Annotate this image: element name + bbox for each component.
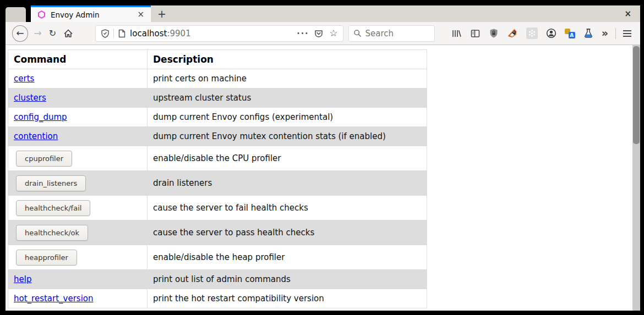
command-button[interactable]: drain_listeners bbox=[16, 175, 86, 191]
tab-title: Envoy Admin bbox=[51, 10, 135, 19]
window-manager-box[interactable] bbox=[6, 7, 26, 22]
admin-commands-table: Command Description certs print certs on… bbox=[8, 49, 427, 308]
command-button[interactable]: cpuprofiler bbox=[16, 151, 72, 167]
command-link[interactable]: help bbox=[14, 274, 31, 284]
command-cell: healthcheck/fail bbox=[8, 196, 148, 220]
tab-bar: Envoy Admin × + × bbox=[6, 5, 640, 22]
command-link[interactable]: clusters bbox=[14, 93, 46, 103]
command-cell: drain_listeners bbox=[8, 171, 148, 196]
command-link[interactable]: certs bbox=[14, 74, 34, 84]
url-text[interactable]: localhost:9901 bbox=[130, 29, 191, 38]
command-cell: contention bbox=[8, 127, 148, 146]
command-description: cause the server to fail health checks bbox=[148, 196, 427, 220]
command-description: dump current Envoy configs (experimental… bbox=[148, 108, 427, 127]
site-identity-page-icon[interactable] bbox=[118, 29, 126, 38]
translate-icon[interactable]: A bbox=[565, 29, 575, 38]
command-description: cause the server to pass health checks bbox=[148, 220, 427, 245]
command-cell: hot_restart_version bbox=[8, 289, 148, 308]
page-actions-icon[interactable]: ••• bbox=[297, 30, 309, 36]
command-cell: clusters bbox=[8, 89, 148, 108]
command-button[interactable]: healthcheck/fail bbox=[16, 200, 90, 216]
urlbar-divider bbox=[113, 29, 114, 38]
command-link[interactable]: hot_restart_version bbox=[14, 294, 94, 303]
envoy-favicon-icon bbox=[37, 10, 46, 19]
column-header-description: Description bbox=[148, 50, 427, 69]
pocket-icon[interactable] bbox=[314, 29, 323, 38]
new-tab-button[interactable]: + bbox=[157, 9, 166, 19]
table-row: help print out list of admin commands bbox=[8, 270, 427, 289]
home-icon bbox=[63, 29, 73, 38]
table-row: certs print certs on machine bbox=[8, 69, 427, 89]
toolbar-separator bbox=[615, 28, 616, 39]
command-description: print certs on machine bbox=[148, 69, 427, 89]
navigation-toolbar: ← → ↻ localhost:9901 ••• bbox=[6, 22, 640, 45]
command-description: enable/disable the CPU profiler bbox=[148, 146, 427, 171]
disabled-extension-icon bbox=[528, 29, 536, 37]
menu-icon bbox=[623, 30, 631, 31]
table-header-row: Command Description bbox=[8, 50, 427, 69]
toolbar-extension-icons: A » bbox=[451, 27, 608, 39]
tab-close-icon[interactable]: × bbox=[135, 9, 146, 20]
command-button[interactable]: heapprofiler bbox=[16, 250, 77, 266]
url-port: :9901 bbox=[167, 29, 190, 38]
table-row: hot_restart_version print the hot restar… bbox=[8, 289, 427, 308]
command-cell: config_dump bbox=[8, 108, 148, 127]
privacy-badger-icon[interactable] bbox=[507, 28, 518, 38]
window-close-button[interactable]: × bbox=[624, 10, 631, 18]
table-row: config_dump dump current Envoy configs (… bbox=[8, 108, 427, 127]
reload-button[interactable]: ↻ bbox=[49, 29, 56, 38]
browser-window: Envoy Admin × + × ← → ↻ bbox=[6, 5, 640, 311]
library-icon[interactable] bbox=[451, 29, 462, 38]
back-button[interactable]: ← bbox=[12, 25, 28, 42]
command-description: enable/disable the heap profiler bbox=[148, 245, 427, 270]
translate-a-tile: A bbox=[569, 32, 575, 38]
table-row: drain_listeners drain listeners bbox=[8, 171, 427, 196]
search-icon bbox=[353, 29, 362, 37]
table-row: contention dump current Envoy mutex cont… bbox=[8, 127, 427, 146]
table-row: clusters upstream cluster status bbox=[8, 89, 427, 108]
command-cell: heapprofiler bbox=[8, 245, 148, 270]
tracking-protection-shield-icon[interactable] bbox=[101, 29, 110, 38]
tab-bar-empty-area: + × bbox=[151, 5, 640, 22]
sidebars-icon[interactable] bbox=[470, 29, 481, 38]
disabled-extension-tile[interactable] bbox=[526, 27, 538, 39]
flask-icon[interactable] bbox=[583, 28, 593, 38]
page-content: Command Description certs print certs on… bbox=[6, 45, 640, 311]
search-input[interactable] bbox=[365, 29, 426, 38]
overflow-chevrons-icon[interactable]: » bbox=[602, 28, 608, 38]
table-row: heapprofiler enable/disable the heap pro… bbox=[8, 245, 427, 270]
table-row: healthcheck/ok cause the server to pass … bbox=[8, 220, 427, 245]
scrollbar-thumb[interactable] bbox=[633, 46, 640, 144]
command-cell: healthcheck/ok bbox=[8, 220, 148, 245]
column-header-command: Command bbox=[8, 50, 148, 69]
command-cell: cpuprofiler bbox=[8, 146, 148, 171]
command-description: drain listeners bbox=[148, 171, 427, 196]
bookmark-star-icon[interactable]: ☆ bbox=[329, 29, 337, 38]
command-description: print out list of admin commands bbox=[148, 270, 427, 289]
command-cell: certs bbox=[8, 69, 148, 89]
url-host: localhost bbox=[130, 29, 167, 38]
back-arrow-icon: ← bbox=[17, 29, 24, 38]
vertical-scrollbar[interactable] bbox=[632, 45, 640, 311]
command-link[interactable]: config_dump bbox=[14, 112, 67, 122]
https-shield-lock-icon[interactable] bbox=[489, 28, 499, 38]
forward-button[interactable]: → bbox=[34, 29, 41, 38]
command-description: upstream cluster status bbox=[148, 89, 427, 108]
command-cell: help bbox=[8, 270, 148, 289]
command-link[interactable]: contention bbox=[14, 131, 58, 141]
menu-button[interactable] bbox=[623, 30, 631, 37]
table-row: healthcheck/fail cause the server to fai… bbox=[8, 196, 427, 220]
home-button[interactable] bbox=[63, 29, 73, 38]
tab-envoy-admin[interactable]: Envoy Admin × bbox=[31, 5, 151, 22]
search-bar[interactable] bbox=[348, 25, 435, 42]
url-bar[interactable]: localhost:9901 ••• ☆ bbox=[95, 25, 343, 42]
command-description: dump current Envoy mutex contention stat… bbox=[148, 127, 427, 146]
table-row: cpuprofiler enable/disable the CPU profi… bbox=[8, 146, 427, 171]
command-description: print the hot restart compatibility vers… bbox=[148, 289, 427, 308]
account-icon[interactable] bbox=[546, 28, 556, 38]
command-button[interactable]: healthcheck/ok bbox=[16, 225, 88, 241]
